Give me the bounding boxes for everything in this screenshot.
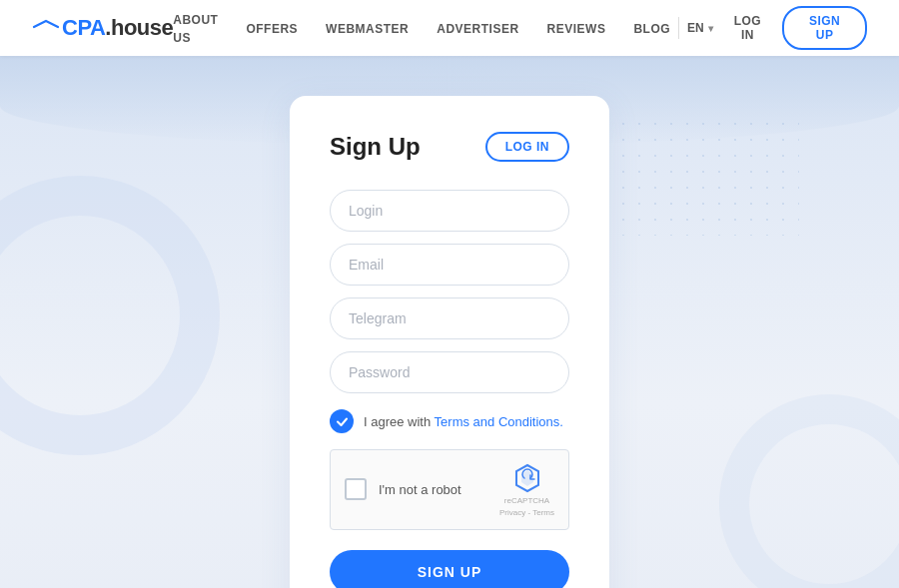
recaptcha-left: I'm not a robot [345, 478, 461, 500]
nav-item-advertiser[interactable]: ADVERTISER [437, 19, 518, 37]
form-fields [330, 190, 569, 393]
signup-button-nav[interactable]: SIGN UP [782, 6, 867, 50]
email-input[interactable] [330, 244, 569, 286]
recaptcha-right: reCAPTCHA Privacy - Terms [499, 462, 554, 517]
agree-checkbox[interactable] [330, 409, 354, 433]
logo-house-icon [32, 19, 60, 33]
recaptcha-brand-label: reCAPTCHA [504, 496, 549, 506]
nav-item-offers[interactable]: OFFERS [246, 19, 298, 37]
login-button-card[interactable]: LOG IN [485, 132, 569, 162]
page-background: Sign Up LOG IN I agree with Terms and Co… [0, 56, 899, 588]
checkmark-icon [336, 415, 349, 428]
recaptcha-label: I'm not a robot [379, 482, 461, 497]
nav-item-reviews[interactable]: REVIEWS [547, 19, 606, 37]
signup-button-main[interactable]: SIGN UP [330, 550, 569, 588]
nav-item-blog[interactable]: BLOG [633, 19, 670, 37]
login-button-nav[interactable]: LOG IN [729, 14, 767, 42]
recaptcha-links-label: Privacy - Terms [499, 508, 554, 517]
nav-item-about-us[interactable]: ABOUT US [173, 10, 218, 46]
language-label: EN [687, 21, 704, 35]
recaptcha-checkbox[interactable] [345, 478, 367, 500]
logo-dot-house: .house [105, 15, 173, 40]
navbar: CPA.house ABOUT US OFFERS WEBMASTER ADVE… [0, 0, 899, 56]
login-input[interactable] [330, 190, 569, 232]
recaptcha-widget[interactable]: I'm not a robot reCAPTCHA Privacy - Term… [330, 449, 569, 530]
bg-circle-right [719, 394, 899, 588]
terms-checkbox-row: I agree with Terms and Conditions. [330, 409, 569, 433]
telegram-input[interactable] [330, 297, 569, 339]
card-title: Sign Up [330, 133, 421, 161]
recaptcha-logo-icon [511, 462, 543, 494]
nav-links: ABOUT US OFFERS WEBMASTER ADVERTISER REV… [173, 10, 670, 46]
nav-item-webmaster[interactable]: WEBMASTER [326, 19, 409, 37]
agree-label: I agree with Terms and Conditions. [364, 414, 563, 429]
card-header: Sign Up LOG IN [330, 132, 569, 162]
logo[interactable]: CPA.house [32, 15, 173, 41]
nav-divider [678, 17, 679, 39]
bg-dots [599, 116, 799, 236]
bg-circle-left [0, 176, 220, 455]
logo-cpa: CPA [62, 15, 105, 40]
language-selector[interactable]: EN ▾ [687, 21, 713, 35]
terms-link[interactable]: Terms and Conditions. [435, 414, 563, 429]
password-input[interactable] [330, 351, 569, 393]
chevron-down-icon: ▾ [708, 23, 713, 34]
signup-card: Sign Up LOG IN I agree with Terms and Co… [290, 96, 609, 588]
